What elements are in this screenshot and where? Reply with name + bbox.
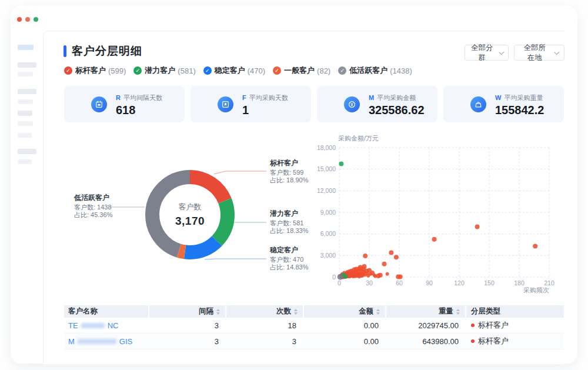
kpi-letter: F <box>242 94 246 101</box>
svg-text:180: 180 <box>514 279 524 286</box>
legend-count: (470) <box>248 66 265 75</box>
legend-count: (82) <box>317 66 330 75</box>
kpi-value: 618 <box>116 104 162 117</box>
sort-icon <box>216 309 220 315</box>
cell-weight: 643980.00 <box>386 334 465 349</box>
kpi-card-f: F平均采购天数1 <box>191 86 311 122</box>
filter-bar: 全部分群 全部所在地 <box>465 45 564 61</box>
group-filter-value: 全部分群 <box>470 43 494 63</box>
tier-dot <box>471 339 475 343</box>
page-header: 客户分层明细 <box>64 44 142 59</box>
skeleton-bar <box>18 159 32 164</box>
svg-text:120: 120 <box>454 279 465 286</box>
donut-center-label: 客户数 3,170 <box>144 169 236 261</box>
skeleton-bar <box>18 149 36 154</box>
cell-amount: 0.00 <box>304 318 385 333</box>
table-row[interactable]: MGIS330.00643980.00标杆客户 <box>64 334 564 349</box>
y-axis-title: 采购金额/万元 <box>338 135 379 142</box>
column-header-tier: 分层类型 <box>466 305 564 318</box>
axis-labels: 03,0006,0009,00012,00015,00018,000030609… <box>317 144 554 287</box>
kpi-card-r: R平均间隔天数618 <box>64 86 185 122</box>
legend-count: (1438) <box>390 66 412 75</box>
cell-amount: 0.00 <box>304 334 385 349</box>
check-circle-icon: ✓ <box>273 66 281 75</box>
skeleton-bar <box>18 111 32 116</box>
kpi-value: 1 <box>242 104 288 117</box>
svg-text:3,000: 3,000 <box>320 252 336 259</box>
sort-icon <box>456 309 460 315</box>
legend-item[interactable]: ✓稳定客户(470) <box>203 65 265 76</box>
callout-low-active: 低活跃客户 客户数: 1438 占比: 45.36% <box>74 194 140 219</box>
svg-text:0: 0 <box>332 274 336 281</box>
chevron-down-icon <box>499 49 504 54</box>
yen-icon <box>344 96 360 112</box>
skeleton-bar <box>18 133 32 138</box>
svg-text:60: 60 <box>396 279 403 286</box>
series-潜力客户 <box>339 162 348 279</box>
maximize-dot[interactable] <box>34 17 38 22</box>
scatter-chart: 03,0006,0009,00012,00015,00018,000030609… <box>317 134 565 294</box>
kpi-letter: M <box>369 94 374 101</box>
donut-center-title: 客户数 <box>179 202 202 212</box>
check-circle-icon: ✓ <box>338 66 346 75</box>
chevron-down-icon <box>554 49 560 54</box>
kpi-value: 155842.2 <box>495 104 544 117</box>
x-axis-title: 采购频次 <box>523 286 549 294</box>
svg-text:18,000: 18,000 <box>317 144 336 151</box>
table-header: 客户名称间隔次数金额重量分层类型 <box>64 305 564 318</box>
page-title: 客户分层明细 <box>72 44 142 59</box>
kpi-letter: R <box>116 94 121 101</box>
customer-name-link[interactable]: TENC <box>68 321 118 330</box>
legend-count: (581) <box>178 66 195 75</box>
legend-label: 一般客户 <box>284 65 315 76</box>
legend-count: (599) <box>108 66 126 75</box>
table-row[interactable]: TENC3180.002029745.00标杆客户 <box>64 318 564 334</box>
close-dot[interactable] <box>17 17 22 22</box>
bookmark-icon <box>218 96 233 112</box>
skeleton-bar <box>18 121 33 126</box>
bag-icon <box>470 96 486 112</box>
legend-label: 潜力客户 <box>145 65 175 76</box>
kpi-label: 平均采购天数 <box>249 94 288 101</box>
svg-text:9,000: 9,000 <box>320 209 336 216</box>
column-header-interval[interactable]: 间隔 <box>149 305 225 318</box>
legend-item[interactable]: ✓潜力客户(581) <box>133 65 195 76</box>
donut-chart-block: 客户数 3,170 标杆客户 客户数: 599 占比: 18.90% 潜力客户 … <box>59 142 306 289</box>
main-panel: 客户分层明细 全部分群 全部所在地 ✓标杆客户(599)✓潜力客户(581)✓稳… <box>43 31 564 364</box>
column-header-weight[interactable]: 重量 <box>386 305 465 318</box>
column-header-amount[interactable]: 金额 <box>304 305 385 318</box>
legend-item[interactable]: ✓标杆客户(599) <box>64 65 126 76</box>
calendar-icon <box>91 96 107 112</box>
kpi-card-m: M平均采购金额325586.62 <box>317 86 437 122</box>
legend-item[interactable]: ✓一般客户(82) <box>273 65 330 76</box>
minimize-dot[interactable] <box>25 17 30 22</box>
kpi-cards: R平均间隔天数618F平均采购天数1M平均采购金额325586.62W平均采购重… <box>64 86 564 122</box>
cell-interval: 3 <box>149 334 225 349</box>
legend-item[interactable]: ✓低活跃客户(1438) <box>338 65 412 76</box>
cell-weight: 2029745.00 <box>386 318 465 333</box>
svg-text:12,000: 12,000 <box>317 187 336 194</box>
skeleton-bar <box>18 62 36 68</box>
svg-text:0: 0 <box>338 279 341 286</box>
svg-text:30: 30 <box>366 279 373 286</box>
customer-name-link[interactable]: MGIS <box>68 337 132 346</box>
cell-tier: 标杆客户 <box>466 334 564 349</box>
column-header-times[interactable]: 次数 <box>226 305 303 318</box>
location-filter-select[interactable]: 全部所在地 <box>514 45 564 61</box>
window-controls <box>17 17 38 22</box>
cell-interval: 3 <box>149 318 225 333</box>
column-header-customer-name: 客户名称 <box>64 305 148 318</box>
check-circle-icon: ✓ <box>203 66 212 75</box>
masked-text <box>81 323 105 328</box>
kpi-label: 平均采购金额 <box>377 94 416 101</box>
customer-table: 客户名称间隔次数金额重量分层类型 TENC3180.002029745.00标杆… <box>64 305 564 349</box>
tier-dot <box>471 324 475 327</box>
group-filter-select[interactable]: 全部分群 <box>465 45 509 61</box>
sort-icon <box>376 309 380 315</box>
svg-text:90: 90 <box>426 279 433 286</box>
cell-times: 18 <box>226 318 303 333</box>
legend: ✓标杆客户(599)✓潜力客户(581)✓稳定客户(470)✓一般客户(82)✓… <box>64 65 412 76</box>
kpi-label: 平均采购重量 <box>504 94 543 101</box>
sort-icon <box>294 309 298 315</box>
cell-times: 3 <box>226 334 303 349</box>
